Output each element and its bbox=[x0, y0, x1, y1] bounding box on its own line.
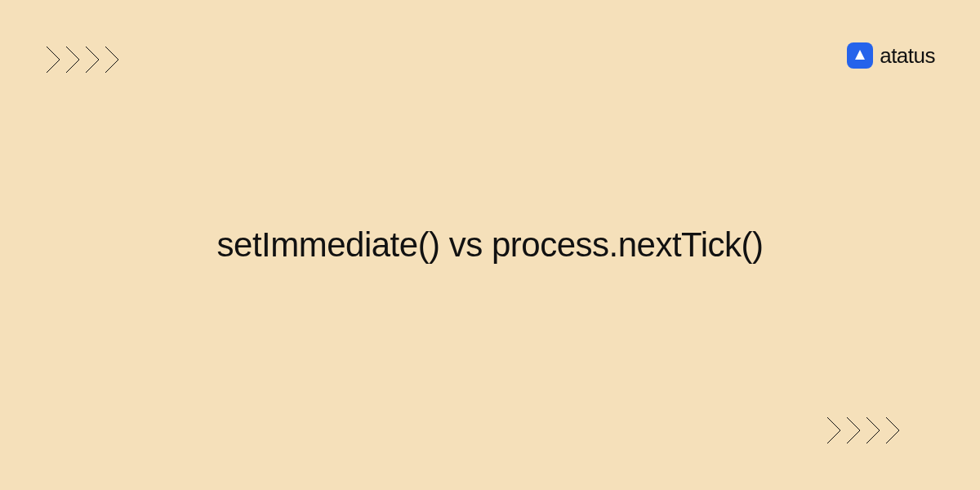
chevron-right-icon bbox=[865, 416, 883, 445]
chevron-right-icon bbox=[45, 45, 63, 74]
page-title: setImmediate() vs process.nextTick() bbox=[217, 225, 764, 265]
chevron-decoration-bottom-right bbox=[826, 416, 902, 445]
brand-name: atatus bbox=[880, 43, 935, 69]
chevron-right-icon bbox=[845, 416, 863, 445]
chevron-right-icon bbox=[84, 45, 102, 74]
chevron-right-icon bbox=[65, 45, 82, 74]
chevron-decoration-top-left bbox=[45, 45, 122, 74]
atatus-logo-icon bbox=[847, 42, 873, 69]
brand-logo: atatus bbox=[847, 42, 935, 69]
chevron-right-icon bbox=[826, 416, 844, 445]
chevron-right-icon bbox=[884, 416, 902, 445]
chevron-right-icon bbox=[104, 45, 122, 74]
